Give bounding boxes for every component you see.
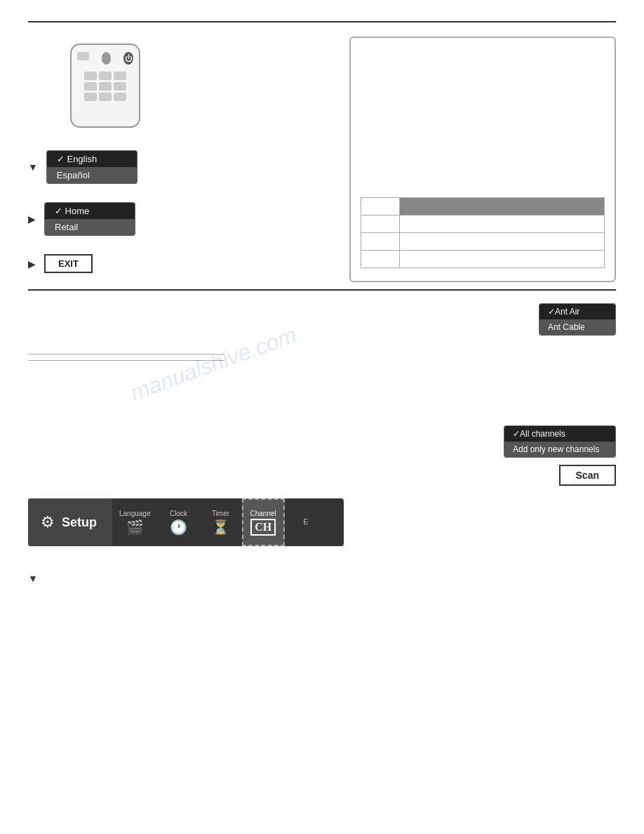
- remote-grid-btn-2: [99, 72, 112, 80]
- section2-left: [28, 341, 490, 486]
- setup-item-channel-label: Channel: [250, 510, 276, 517]
- channels-dropdown[interactable]: ✓All channels Add only new channels: [504, 425, 616, 458]
- arrow-right-1: ▶: [28, 213, 36, 225]
- table-cell: [400, 233, 605, 251]
- ant-cable[interactable]: Ant Cable: [539, 319, 615, 335]
- gear-icon: ⚙: [41, 513, 55, 531]
- ant-air[interactable]: ✓Ant Air: [539, 304, 615, 319]
- remote-grid-btn-8: [99, 93, 112, 101]
- mode-home[interactable]: ✓ Home: [45, 203, 135, 219]
- mode-retail[interactable]: Retail: [45, 219, 135, 235]
- channels-new[interactable]: Add only new channels: [504, 442, 615, 457]
- arrow-down-1: ▼: [28, 161, 38, 173]
- setup-items: Language 🎬 Clock 🕐 Timer ⏳ Channel CH E: [112, 498, 344, 546]
- clock-icon: 🕐: [170, 519, 187, 536]
- remote-grid-btn-4: [84, 82, 97, 91]
- table-cell: [361, 216, 400, 233]
- table-cell: [400, 251, 605, 268]
- setup-item-clock-label: Clock: [170, 510, 187, 517]
- remote-grid: [84, 72, 126, 101]
- section1: ⏻ ▼ ✓ English Español: [0, 22, 644, 282]
- remote-grid-btn-9: [114, 93, 126, 101]
- section2: ✓Ant Air Ant Cable ✓All channels Add onl…: [0, 291, 644, 486]
- table-cell: [361, 198, 400, 216]
- remote-grid-btn-7: [84, 93, 97, 101]
- remote-top-row: ⏻: [77, 52, 133, 65]
- table-cell-highlighted: [400, 198, 605, 216]
- exit-button[interactable]: EXIT: [44, 254, 93, 273]
- table-row: [361, 198, 605, 216]
- tv-screen-table: [361, 197, 605, 268]
- remote-grid-btn-3: [114, 72, 126, 80]
- remote-grid-btn-1: [84, 72, 97, 80]
- channel-icon: CH: [250, 519, 276, 536]
- language-dropdown[interactable]: ✓ English Español: [46, 150, 137, 184]
- table-row: [361, 251, 605, 268]
- down-arrow-icon: ▼: [28, 573, 616, 584]
- table-cell: [361, 233, 400, 251]
- language-icon: 🎬: [126, 519, 144, 536]
- mode-dropdown[interactable]: ✓ Home Retail: [44, 202, 135, 236]
- remote-rect-btn: [77, 52, 89, 60]
- timer-icon: ⏳: [212, 519, 229, 536]
- remote-power-icon: ⏻: [123, 52, 133, 65]
- setup-item-timer-label: Timer: [212, 510, 229, 517]
- ant-dropdown-container: ✓Ant Air Ant Cable: [28, 303, 616, 336]
- scan-button[interactable]: Scan: [559, 465, 616, 486]
- language-english[interactable]: ✓ English: [47, 151, 137, 167]
- underline-2: [28, 360, 224, 361]
- language-arrow-row: ▼ ✓ English Español: [28, 150, 335, 184]
- setup-bar: ⚙ Setup Language 🎬 Clock 🕐 Timer ⏳ Chann…: [28, 498, 344, 546]
- exit-arrow-row: ▶ EXIT: [28, 254, 335, 273]
- tv-screen-box: [349, 37, 616, 282]
- section1-left: ⏻ ▼ ✓ English Español: [28, 37, 335, 282]
- remote-round-btn: [102, 52, 112, 65]
- setup-item-e[interactable]: E: [285, 498, 327, 546]
- setup-main: ⚙ Setup: [28, 498, 112, 546]
- table-row: [361, 233, 605, 251]
- section2-body: ✓All channels Add only new channels Scan: [28, 341, 616, 486]
- setup-item-language-label: Language: [119, 510, 151, 517]
- table-cell: [361, 251, 400, 268]
- setup-item-channel[interactable]: Channel CH: [242, 498, 285, 546]
- section2-right: ✓All channels Add only new channels Scan: [504, 341, 616, 486]
- setup-label: Setup: [62, 515, 97, 530]
- setup-item-e-label: E: [303, 518, 308, 526]
- channels-all[interactable]: ✓All channels: [504, 426, 615, 442]
- table-cell: [400, 216, 605, 233]
- remote-grid-btn-5: [99, 82, 112, 91]
- section3: ▼: [0, 559, 644, 584]
- setup-item-language[interactable]: Language 🎬: [112, 498, 158, 546]
- setup-item-timer[interactable]: Timer ⏳: [200, 498, 242, 546]
- ant-dropdown[interactable]: ✓Ant Air Ant Cable: [539, 303, 616, 336]
- underline-1: [28, 354, 224, 355]
- arrow-right-2: ▶: [28, 258, 36, 270]
- table-row: [361, 216, 605, 233]
- power-icon-row: ⏻: [28, 44, 335, 128]
- remote-diagram: ⏻: [70, 44, 140, 128]
- setup-item-clock[interactable]: Clock 🕐: [158, 498, 200, 546]
- mode-arrow-row: ▶ ✓ Home Retail: [28, 202, 335, 236]
- remote-grid-btn-6: [114, 82, 126, 91]
- language-espanol[interactable]: Español: [47, 167, 137, 183]
